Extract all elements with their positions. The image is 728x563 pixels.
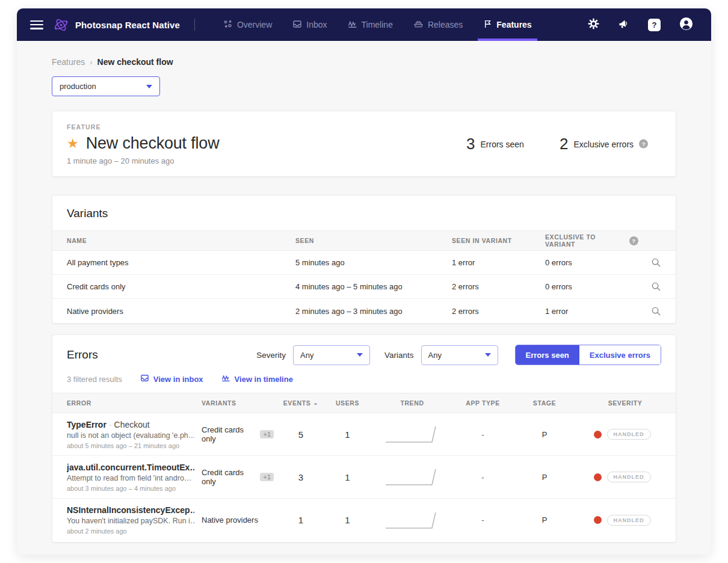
more-variants-badge[interactable]: +1 [260,430,274,438]
variant-row[interactable]: Native providers 2 minutes ago – 3 minut… [52,299,676,323]
nav-item-overview[interactable]: Overview [213,8,282,41]
severity-dot-icon [594,473,602,481]
inbox-icon [140,374,149,384]
handled-status-badge: HANDLED [607,472,651,482]
breadcrumb-separator: › [90,58,92,67]
view-in-inbox-link[interactable]: View in inbox [140,374,203,384]
filtered-results-count: 3 filtered results [67,375,122,384]
hamburger-menu-icon[interactable] [30,20,43,29]
inbox-icon [292,19,302,31]
chevron-down-icon [146,85,152,88]
overview-icon [223,19,233,31]
main-nav: Overview Inbox Timeline [213,8,542,41]
view-in-timeline-link[interactable]: View in timeline [221,374,293,384]
help-question-icon[interactable]: ? [629,236,638,245]
navbar-actions: ? [588,17,693,33]
errors-title: Errors [67,348,98,361]
nav-item-features[interactable]: Features [473,8,541,41]
breadcrumb-current: New checkout flow [97,57,173,67]
star-icon[interactable]: ★ [67,137,79,150]
timeline-icon [221,374,230,384]
error-row[interactable]: java.util.concurrent.TimeoutEx… Attempt … [52,456,676,499]
breadcrumb: Features › New checkout flow [52,57,676,67]
more-variants-badge[interactable]: +1 [260,473,274,481]
exclusive-errors-toggle-button[interactable]: Exclusive errors [579,345,661,365]
settings-gear-icon[interactable] [588,18,599,32]
search-icon[interactable] [651,306,661,316]
project-name: Photosnap React Native [75,20,180,30]
trend-sparkline [373,423,451,445]
stat-errors-seen: 3 Errors seen [466,135,524,153]
variant-row[interactable]: All payment types 5 minutes ago 1 error … [52,251,676,275]
errors-seen-toggle-button[interactable]: Errors seen [516,345,579,365]
search-icon[interactable] [651,282,661,292]
variants-filter-label: Variants [384,351,414,360]
feature-title: New checkout flow [86,134,220,153]
nav-item-releases[interactable]: Releases [403,8,473,41]
handled-status-badge: HANDLED [607,515,651,526]
variants-title: Variants [52,195,676,230]
help-question-icon[interactable]: ? [639,140,648,149]
trend-sparkline [373,466,451,488]
flag-icon [483,19,492,30]
feature-eyebrow: FEATURE [67,123,661,131]
timeline-icon [348,19,357,31]
nav-divider [194,19,195,31]
error-row[interactable]: TypeError·Checkout null is not an object… [52,413,676,456]
account-avatar-icon[interactable] [679,17,693,33]
severity-dot-icon [594,431,602,438]
nav-item-inbox[interactable]: Inbox [282,8,337,41]
events-sort-header[interactable]: EVENTS⌄ [280,399,322,407]
error-row[interactable]: NSInternalInconsistencyExcep… You haven'… [52,499,676,541]
trend-sparkline [373,509,451,531]
variants-table-header: NAME SEEN SEEN IN VARIANT EXCLUSIVE TO V… [52,230,676,251]
errors-mode-toggle: Errors seen Exclusive errors [515,345,661,365]
handled-status-badge: HANDLED [607,429,651,440]
errors-table-header: ERROR VARIANTS EVENTS⌄ USERS TREND APP T… [52,393,676,413]
variant-row[interactable]: Credit cards only 4 minutes ago – 5 minu… [52,275,676,299]
stat-exclusive-errors: 2 Exclusive errors ? [560,135,648,153]
sort-chevron-icon: ⌄ [313,400,318,406]
feature-summary-card: FEATURE ★ New checkout flow 1 minute ago… [52,111,676,177]
search-icon[interactable] [651,257,661,268]
environment-select-value: production [60,82,96,91]
errors-card: Errors Severity Any Variants Any Errors … [52,334,676,543]
nav-item-timeline[interactable]: Timeline [338,8,403,41]
releases-ship-icon [413,19,424,30]
chevron-down-icon [357,353,363,357]
severity-dot-icon [594,516,602,524]
variants-select[interactable]: Any [421,345,498,365]
feature-date-range: 1 minute ago – 20 minutes ago [67,156,661,165]
announcements-megaphone-icon[interactable] [618,18,629,32]
variants-card: Variants NAME SEEN SEEN IN VARIANT EXCLU… [52,195,676,324]
page-content: Features › New checkout flow production … [17,57,711,543]
errors-filters: Severity Any Variants Any Errors seen Ex… [249,345,661,365]
app-window: Photosnap React Native Overview Inbox [17,8,711,555]
chevron-down-icon [485,353,491,357]
help-icon[interactable]: ? [648,19,661,31]
environment-select[interactable]: production [52,76,160,96]
app-logo-atom-icon[interactable] [53,17,69,33]
severity-filter-label: Severity [256,351,286,360]
severity-select[interactable]: Any [293,345,370,365]
top-navbar: Photosnap React Native Overview Inbox [17,8,711,41]
breadcrumb-parent[interactable]: Features [52,57,85,67]
